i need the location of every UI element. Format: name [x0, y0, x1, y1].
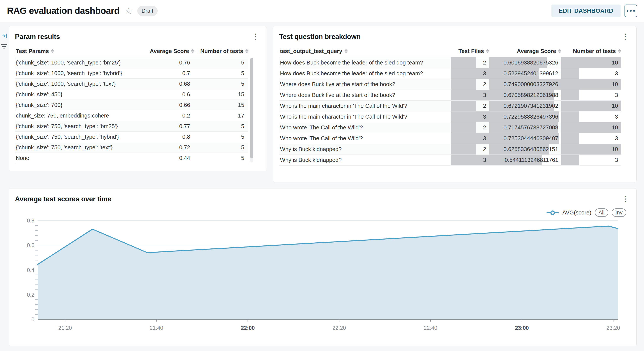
data-bar-value: 3: [451, 157, 489, 163]
data-bar-value: 3: [561, 135, 621, 142]
y-minor-tick: [35, 285, 38, 285]
cell-test-files: 2: [451, 57, 489, 68]
cell-test-files: 3: [451, 155, 489, 165]
cell-test-query: Why is Buck kidnapped?: [279, 144, 451, 154]
table-row[interactable]: Who is the main character in 'The Call o…: [279, 111, 621, 122]
y-minor-tick: [35, 309, 38, 310]
y-minor-tick: [35, 299, 38, 300]
table-row[interactable]: {'chunk_size': 1000, 'search_type': 'hyb…: [15, 68, 248, 78]
column-header-test-params[interactable]: Test Params: [15, 48, 134, 54]
more-options-button[interactable]: [624, 4, 637, 17]
table-row[interactable]: How does Buck become the leader of the s…: [279, 57, 621, 68]
cell-number-of-tests: 10: [561, 101, 621, 111]
table-row[interactable]: Who wrote 'The Call of the Wild'?30.7253…: [279, 133, 621, 144]
sort-icon: [618, 49, 621, 53]
table-row[interactable]: None0.445: [15, 153, 248, 163]
table-row[interactable]: Why is Buck kidnapped?30.544111324681176…: [279, 155, 621, 166]
cell-average-score: 0.8: [134, 132, 194, 142]
dashboard-page: RAG evaluation dashboard ☆ Draft EDIT DA…: [0, 0, 644, 351]
test-question-breakdown-menu-icon[interactable]: ⋮: [620, 32, 631, 41]
param-results-menu-icon[interactable]: ⋮: [250, 32, 261, 41]
table-scrollbar[interactable]: [250, 58, 253, 163]
cell-average-score: 0.68: [134, 78, 194, 89]
cell-test-files: 3: [451, 90, 489, 100]
table-row[interactable]: {'chunk_size': 700}0.6615: [15, 100, 248, 110]
cell-number-of-tests: 3: [561, 90, 621, 100]
y-minor-tick: [35, 250, 38, 251]
favorite-star-icon[interactable]: ☆: [125, 6, 132, 15]
data-bar-value: 3: [451, 70, 489, 77]
cell-test-query: How does Buck become the leader of the s…: [279, 57, 451, 68]
cell-test-files: 2: [451, 101, 489, 111]
cell-test-query: Where does Buck live at the start of the…: [279, 79, 451, 90]
cell-test-params: {'chunk_size': 450}: [15, 89, 134, 99]
data-bar-value: 0.7490000003327926: [489, 81, 561, 88]
cell-test-params: {'chunk_size': 1000, 'search_type': 'bm2…: [15, 57, 134, 68]
cell-number-of-tests: 3: [561, 111, 621, 122]
cell-test-query: Where does Buck live at the start of the…: [279, 90, 451, 100]
cell-test-query: Who is the main character in 'The Call o…: [279, 101, 451, 111]
cell-number-of-tests: 5: [194, 132, 248, 142]
cell-test-files: 3: [451, 68, 489, 79]
cell-number-of-tests: 15: [194, 100, 248, 110]
cell-test-query: Who wrote 'The Call of the Wild'?: [279, 133, 451, 144]
table-row[interactable]: chunk_size: 750, embeddings:cohere0.217: [15, 110, 248, 121]
filter-icon[interactable]: [1, 43, 7, 50]
table-row[interactable]: {'chunk_size': 750, 'search_type': 'text…: [15, 142, 248, 153]
param-results-table-body: {'chunk_size': 1000, 'search_type': 'bm2…: [15, 57, 248, 163]
table-row[interactable]: {'chunk_size': 750, 'search_type': 'hybr…: [15, 132, 248, 142]
y-minor-tick: [35, 235, 38, 236]
table-row[interactable]: Where does Buck live at the start of the…: [279, 90, 621, 101]
table-row[interactable]: {'chunk_size': 1000, 'search_type': 'bm2…: [15, 57, 248, 68]
column-header-average-score[interactable]: Average Score: [489, 48, 561, 54]
cell-average-score: 0.5441113246811761: [489, 155, 561, 165]
data-bar-value: 0.7229588826497396: [489, 113, 561, 120]
column-header-number-of-tests[interactable]: Number of tests: [194, 48, 248, 54]
x-axis-label: 21:20: [58, 325, 72, 331]
cell-number-of-tests: 5: [194, 57, 248, 68]
table-row[interactable]: {'chunk_size': 750, 'search_type': 'bm25…: [15, 121, 248, 132]
table-row[interactable]: {'chunk_size': 1000, 'search_type': 'tex…: [15, 78, 248, 89]
cell-average-score: 0.7253044446309407: [489, 133, 561, 144]
collapse-panel-icon[interactable]: [2, 33, 8, 40]
data-bar-value: 0.5229452401399612: [489, 70, 561, 77]
cell-test-files: 2: [451, 122, 489, 133]
table-row[interactable]: Who is the main character in 'The Call o…: [279, 101, 621, 111]
column-header-test-files[interactable]: Test Files: [451, 48, 489, 54]
test-question-breakdown-card: Test question breakdown ⋮ test_output_te…: [273, 26, 637, 182]
column-header-number-of-tests[interactable]: Number of tests: [561, 48, 621, 54]
test-question-breakdown-table-header: test_output_test_query Test Files Averag…: [279, 45, 621, 57]
cell-test-query: Why is Buck kidnapped?: [279, 155, 451, 165]
table-row[interactable]: Where does Buck live at the start of the…: [279, 79, 621, 90]
data-bar-value: 0.6705898212061988: [489, 92, 561, 98]
cell-test-files: 2: [451, 144, 489, 154]
scrollbar-thumb[interactable]: [250, 58, 253, 158]
cell-average-score: 0.72: [134, 142, 194, 153]
data-bar-value: 2: [451, 124, 489, 131]
column-header-test-query[interactable]: test_output_test_query: [279, 48, 451, 54]
table-row[interactable]: How does Buck become the leader of the s…: [279, 68, 621, 79]
cell-test-query: Who is the main character in 'The Call o…: [279, 111, 451, 122]
y-minor-tick: [35, 230, 38, 231]
y-minor-tick: [35, 275, 38, 275]
cell-number-of-tests: 3: [561, 133, 621, 144]
edit-dashboard-button[interactable]: EDIT DASHBOARD: [551, 4, 620, 17]
cell-average-score: 0.5229452401399612: [489, 68, 561, 79]
data-bar-value: 0.5441113246811761: [489, 157, 561, 163]
column-header-average-score[interactable]: Average Score: [134, 48, 194, 54]
table-row[interactable]: {'chunk_size': 450}0.615: [15, 89, 248, 100]
param-results-table: Test Params Average Score Number of test…: [15, 45, 253, 163]
sort-icon: [344, 49, 348, 53]
top-bar-actions: EDIT DASHBOARD: [551, 4, 637, 17]
cell-number-of-tests: 3: [561, 155, 621, 165]
table-row[interactable]: Why is Buck kidnapped?20.625833648086215…: [279, 144, 621, 155]
test-question-breakdown-title: Test question breakdown: [279, 33, 361, 41]
data-bar-value: 2: [451, 59, 489, 66]
data-bar-value: 10: [561, 59, 621, 66]
cell-number-of-tests: 3: [561, 68, 621, 79]
table-row[interactable]: Who wrote 'The Call of the Wild'?20.7174…: [279, 122, 621, 133]
y-minor-tick: [35, 255, 38, 255]
cell-average-score: 0.6705898212061988: [489, 90, 561, 100]
top-bar: RAG evaluation dashboard ☆ Draft EDIT DA…: [0, 0, 644, 22]
cell-test-query: How does Buck become the leader of the s…: [279, 68, 451, 79]
